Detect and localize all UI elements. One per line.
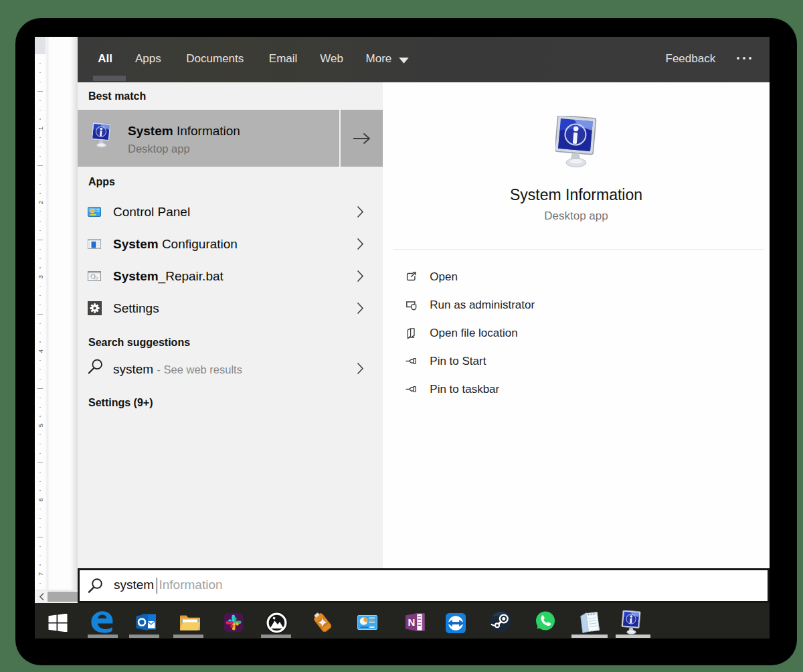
svg-text:N: N [408, 616, 415, 627]
